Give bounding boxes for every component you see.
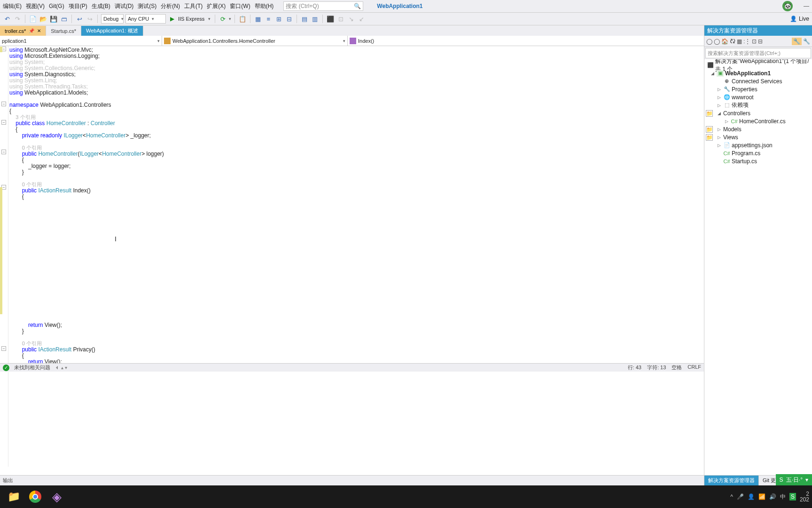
ime-more-icon[interactable]: ▾ [805,476,808,483]
app-explorer[interactable]: 📁 [3,487,24,506]
back-icon[interactable]: ↶ [3,15,11,23]
tree-item[interactable]: ▷🌐wwwroot [704,93,812,101]
tree-item[interactable]: ▷📄appsettings.json [704,141,812,149]
tree-homecontroller[interactable]: ▷C#HomeController.cs [704,117,812,125]
fold-icon[interactable]: − [1,150,6,154]
tree-item[interactable]: C#Startup.cs [704,157,812,165]
refresh-dd-icon[interactable]: ▾ [229,16,231,21]
tab-solution-explorer[interactable]: 解决方案资源管理器 [704,476,759,485]
menu-view[interactable]: 视图(V) [26,2,45,10]
expand-icon[interactable]: ▷ [725,119,731,124]
nav-namespace[interactable]: pplication1▾ [0,36,162,46]
wrench-icon[interactable]: 🔧 [803,38,810,45]
tab-controller[interactable]: troller.cs*📌✕ [0,26,46,36]
fold-icon[interactable]: − [1,120,6,125]
tray-ime[interactable]: 中 [780,493,786,501]
platform-combo[interactable]: Any CPU▾ [125,14,166,24]
sync-icon[interactable]: 🗘 [730,38,735,45]
tool-icon[interactable]: :⋮ [743,38,750,45]
tool10-icon[interactable]: ↘ [347,15,355,23]
system-tray[interactable]: ^ 🎤 👤 📶 🔊 中 S 2202 [730,491,809,502]
fold-gutter[interactable]: − − − − − − [0,46,8,467]
expand-icon[interactable]: ◢ [718,111,723,116]
menu-project[interactable]: 项目(P) [69,2,87,10]
play-icon[interactable]: ▶ [168,15,176,23]
menu-build[interactable]: 生成(B) [92,2,110,10]
app-visualstudio[interactable]: ◈ [46,487,68,506]
search-input[interactable]: 搜索 (Ctrl+Q) 🔍 [283,1,363,11]
tool-icon[interactable]: ⊟ [758,38,763,45]
nav-fwd-icon[interactable]: ◯ [714,38,720,45]
save-icon[interactable]: 💾 [49,15,58,23]
close-icon[interactable]: ✕ [37,28,41,33]
fwd-icon[interactable]: ↷ [13,15,22,23]
menu-test[interactable]: 测试(S) [138,2,156,10]
fold-icon[interactable]: − [1,102,6,106]
new-icon[interactable]: 📄 [29,15,37,23]
tree-item[interactable]: ▷📁Models [704,125,812,133]
menu-help[interactable]: 帮助(H) [255,2,274,10]
code-body[interactable]: using Microsoft.AspNetCore.Mvc; using Mi… [8,46,804,467]
menu-tools[interactable]: 工具(T) [184,2,203,10]
menu-debug[interactable]: 调试(D) [115,2,134,10]
expand-icon[interactable]: ▷ [718,143,723,148]
pin-icon[interactable]: 📌 [29,28,34,33]
tray-s-icon[interactable]: S [789,493,796,500]
solution-tree[interactable]: ⬛解决方案"WebApplication1"(1 个项目/共 1 个 ◢▣Web… [704,59,812,475]
open-icon[interactable]: 📂 [39,15,47,23]
tray-people-icon[interactable]: 👤 [748,493,755,500]
tool4-icon[interactable]: ⊞ [274,15,283,23]
solution-search[interactable]: 搜索解决方案资源管理器(Ctrl+;) [705,48,811,58]
menu-edit[interactable]: 编辑(E) [3,2,22,10]
tool9-icon[interactable]: ⊡ [336,15,345,23]
tree-item[interactable]: ▷🔧Properties [704,85,812,93]
tool2-icon[interactable]: ▦ [254,15,262,23]
expand-icon[interactable]: ◢ [711,71,717,76]
tool3-icon[interactable]: ≡ [264,15,273,23]
tool8-icon[interactable]: ⬛ [326,15,335,23]
nav-back-icon[interactable]: ◯ [706,38,712,45]
tool1-icon[interactable]: 📋 [238,15,247,23]
saveall-icon[interactable]: 🗃 [60,15,68,23]
output-panel-header[interactable]: 输出 [0,475,704,485]
undo-icon[interactable]: ↩ [75,15,84,23]
config-combo[interactable]: Debug▾ [101,14,124,24]
refresh-icon[interactable]: ⟳ [219,15,227,23]
app-chrome[interactable] [24,487,46,506]
tree-controllers[interactable]: ◢📁Controllers [704,109,812,117]
tray-vol-icon[interactable]: 🔊 [769,493,776,500]
tray-net-icon[interactable]: 📶 [758,493,765,500]
tab-startup[interactable]: Startup.cs* [46,26,81,36]
tab-overview[interactable]: WebApplication1: 概述 [81,26,143,36]
code-editor[interactable]: − − − − − − using Microsoft.AspNetCore.M… [0,46,812,467]
tool-icon[interactable]: ⊡ [752,38,757,45]
tool6-icon[interactable]: ▤ [300,15,309,23]
home-icon[interactable]: 🏠 [721,38,728,45]
tree-item[interactable]: ▷📁Views [704,133,812,141]
menu-window[interactable]: 窗口(W) [230,2,250,10]
tree-item[interactable]: C#Program.cs [704,149,812,157]
expand-icon[interactable]: ▷ [718,95,723,100]
menu-analyze[interactable]: 分析(N) [161,2,180,10]
ime-bar[interactable]: S 五·日·° ▾ [776,474,812,485]
tool5-icon[interactable]: ⊟ [285,15,293,23]
redo-icon[interactable]: ↪ [86,15,94,23]
nav-class[interactable]: WebApplication1.Controllers.HomeControll… [162,36,348,46]
live-share[interactable]: 👤 Live [790,16,809,22]
expand-icon[interactable]: ▷ [718,127,723,132]
minimize-icon[interactable]: — [804,3,809,9]
tray-clock[interactable]: 2202 [800,491,809,502]
expand-icon[interactable]: ▷ [718,135,723,140]
menu-extensions[interactable]: 扩展(X) [207,2,226,10]
tool7-icon[interactable]: ▥ [311,15,319,23]
tree-item[interactable]: ▷⬚依赖项 [704,101,812,109]
run-dd-icon[interactable]: ▾ [208,16,211,21]
avatar[interactable]: 🐼 [782,1,793,11]
tree-solution[interactable]: ⬛解决方案"WebApplication1"(1 个项目/共 1 个 [704,61,812,69]
tray-up-icon[interactable]: ^ [730,493,733,500]
nav-arrows-icon[interactable]: 🞀 ▴ ▾ [55,365,67,370]
tool11-icon[interactable]: ↙ [357,15,366,23]
run-target[interactable]: IIS Express [178,16,204,22]
expand-icon[interactable]: ▷ [718,103,723,108]
fold-icon[interactable]: − [1,346,6,351]
